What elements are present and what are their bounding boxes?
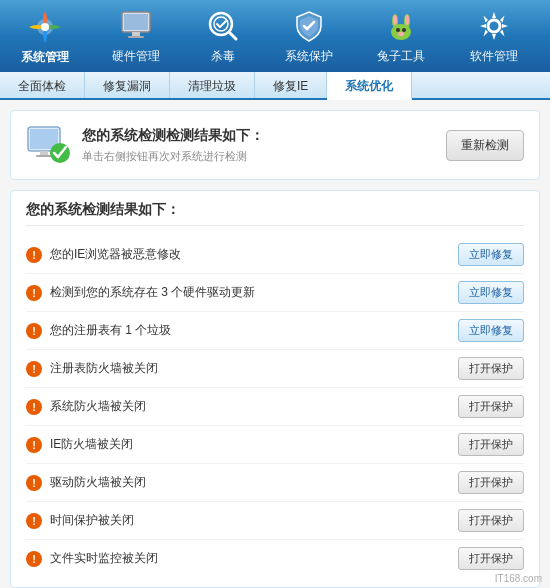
result-text-5: IE防火墙被关闭 — [50, 436, 450, 453]
svg-point-19 — [402, 28, 406, 32]
results-title: 您的系统检测结果如下： — [26, 201, 524, 226]
svg-point-18 — [396, 28, 400, 32]
svg-rect-5 — [128, 36, 144, 38]
action-btn-3[interactable]: 打开保护 — [458, 357, 524, 380]
svg-point-1 — [41, 23, 49, 31]
summary-subtitle: 单击右侧按钮再次对系统进行检测 — [82, 149, 446, 164]
summary-monitor-icon — [26, 123, 70, 167]
result-row-3: !注册表防火墙被关闭打开保护 — [26, 350, 524, 388]
svg-line-10 — [220, 21, 226, 27]
tab-clean-junk[interactable]: 清理垃圾 — [170, 72, 255, 98]
svg-rect-3 — [124, 14, 148, 30]
gear-icon — [476, 8, 512, 44]
tab-repair-ie[interactable]: 修复IE — [255, 72, 327, 98]
action-btn-5[interactable]: 打开保护 — [458, 433, 524, 456]
result-text-4: 系统防火墙被关闭 — [50, 398, 450, 415]
tab-repair-missing[interactable]: 修复漏洞 — [85, 72, 170, 98]
warning-icon-8: ! — [26, 551, 42, 567]
warning-icon-1: ! — [26, 285, 42, 301]
summary-box: 您的系统检测检测结果如下： 单击右侧按钮再次对系统进行检测 重新检测 — [10, 110, 540, 180]
monitor-icon — [118, 8, 154, 44]
nav-items: 硬件管理 杀毒 — [90, 2, 540, 71]
nav-item-rabbit[interactable]: 兔子工具 — [365, 2, 437, 71]
svg-rect-25 — [36, 155, 52, 157]
warning-icon-4: ! — [26, 399, 42, 415]
warning-icon-7: ! — [26, 513, 42, 529]
result-row-0: !您的IE浏览器被恶意修改立即修复 — [26, 236, 524, 274]
app-logo[interactable]: 系统管理 — [10, 5, 80, 67]
nav-item-hardware[interactable]: 硬件管理 — [100, 2, 172, 71]
rabbit-icon — [383, 8, 419, 44]
result-text-2: 您的注册表有 1 个垃圾 — [50, 322, 450, 339]
svg-point-16 — [393, 15, 397, 25]
warning-icon-6: ! — [26, 475, 42, 491]
action-btn-8[interactable]: 打开保护 — [458, 547, 524, 570]
action-btn-2[interactable]: 立即修复 — [458, 319, 524, 342]
result-row-8: !文件实时监控被关闭打开保护 — [26, 540, 524, 577]
result-row-4: !系统防火墙被关闭打开保护 — [26, 388, 524, 426]
result-text-6: 驱动防火墙被关闭 — [50, 474, 450, 491]
result-text-1: 检测到您的系统存在 3 个硬件驱动更新 — [50, 284, 450, 301]
nav-item-rabbit-label: 兔子工具 — [377, 48, 425, 65]
result-row-5: !IE防火墙被关闭打开保护 — [26, 426, 524, 464]
svg-point-17 — [405, 15, 409, 25]
action-btn-1[interactable]: 立即修复 — [458, 281, 524, 304]
logo-icon — [25, 7, 65, 47]
results-section: 您的系统检测结果如下： !您的IE浏览器被恶意修改立即修复!检测到您的系统存在 … — [10, 190, 540, 588]
tab-optimize[interactable]: 系统优化 — [327, 72, 412, 100]
result-row-1: !检测到您的系统存在 3 个硬件驱动更新立即修复 — [26, 274, 524, 312]
svg-rect-4 — [132, 32, 140, 36]
nav-item-software[interactable]: 软件管理 — [458, 2, 530, 71]
result-text-3: 注册表防火墙被关闭 — [50, 360, 450, 377]
svg-line-8 — [229, 32, 236, 39]
svg-rect-24 — [40, 151, 48, 155]
logo-label: 系统管理 — [21, 49, 69, 66]
watermark: IT168.com — [495, 573, 542, 584]
action-btn-6[interactable]: 打开保护 — [458, 471, 524, 494]
content-area: 您的系统检测检测结果如下： 单击右侧按钮再次对系统进行检测 重新检测 您的系统检… — [0, 100, 550, 588]
result-text-8: 文件实时监控被关闭 — [50, 550, 450, 567]
result-text-7: 时间保护被关闭 — [50, 512, 450, 529]
results-list: !您的IE浏览器被恶意修改立即修复!检测到您的系统存在 3 个硬件驱动更新立即修… — [26, 236, 524, 577]
warning-icon-5: ! — [26, 437, 42, 453]
action-btn-7[interactable]: 打开保护 — [458, 509, 524, 532]
warning-icon-3: ! — [26, 361, 42, 377]
tab-full-check[interactable]: 全面体检 — [0, 72, 85, 98]
warning-icon-0: ! — [26, 247, 42, 263]
action-btn-4[interactable]: 打开保护 — [458, 395, 524, 418]
recheck-button[interactable]: 重新检测 — [446, 130, 524, 161]
nav-item-protect[interactable]: 系统保护 — [273, 2, 345, 71]
shield-icon — [291, 8, 327, 44]
nav-item-protect-label: 系统保护 — [285, 48, 333, 65]
result-row-6: !驱动防火墙被关闭打开保护 — [26, 464, 524, 502]
nav-item-software-label: 软件管理 — [470, 48, 518, 65]
tab-bar: 全面体检 修复漏洞 清理垃圾 修复IE 系统优化 — [0, 72, 550, 100]
svg-point-21 — [488, 20, 500, 32]
nav-item-kill[interactable]: 杀毒 — [193, 2, 253, 71]
antivirus-icon — [205, 8, 241, 44]
svg-point-20 — [398, 32, 404, 36]
nav-item-kill-label: 杀毒 — [211, 48, 235, 65]
result-row-2: !您的注册表有 1 个垃圾立即修复 — [26, 312, 524, 350]
warning-icon-2: ! — [26, 323, 42, 339]
result-text-0: 您的IE浏览器被恶意修改 — [50, 246, 450, 263]
action-btn-0[interactable]: 立即修复 — [458, 243, 524, 266]
summary-title: 您的系统检测检测结果如下： — [82, 127, 446, 145]
summary-text: 您的系统检测检测结果如下： 单击右侧按钮再次对系统进行检测 — [82, 127, 446, 164]
top-nav: 系统管理 硬件管理 — [0, 0, 550, 72]
nav-item-hardware-label: 硬件管理 — [112, 48, 160, 65]
result-row-7: !时间保护被关闭打开保护 — [26, 502, 524, 540]
